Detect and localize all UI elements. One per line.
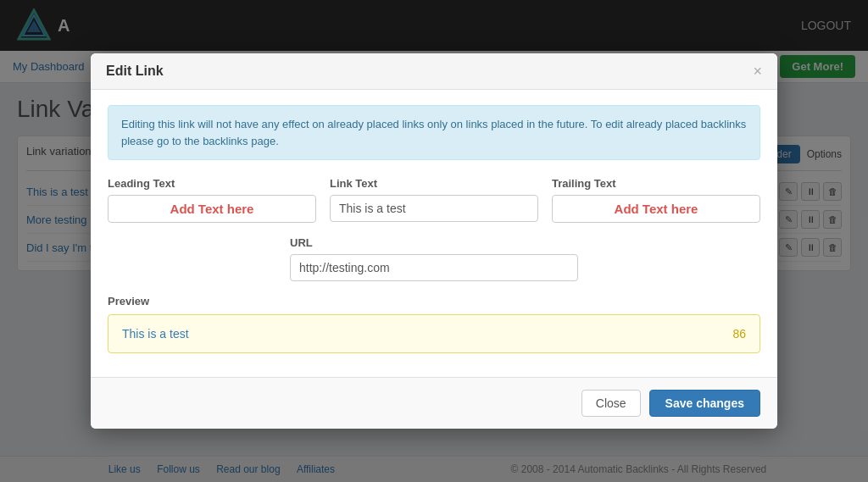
leading-text-input[interactable] — [108, 195, 316, 223]
preview-box: This is a test 86 — [108, 314, 760, 353]
info-message: Editing this link will not have any effe… — [108, 105, 760, 160]
url-label: URL — [290, 236, 578, 249]
leading-text-label: Leading Text — [108, 177, 316, 190]
modal-title: Edit Link — [106, 64, 164, 79]
link-text-input[interactable] — [330, 195, 538, 222]
save-changes-button[interactable]: Save changes — [649, 390, 760, 417]
leading-text-group: Leading Text — [108, 177, 316, 223]
close-button[interactable]: Close — [581, 390, 641, 417]
trailing-text-input[interactable] — [552, 195, 760, 223]
url-input[interactable] — [290, 254, 578, 281]
modal-footer: Close Save changes — [91, 377, 777, 429]
preview-number: 86 — [732, 327, 746, 341]
link-text-group: Link Text — [330, 177, 538, 223]
trailing-text-group: Trailing Text — [552, 177, 760, 223]
modal-close-button[interactable]: × — [753, 64, 762, 79]
link-text-label: Link Text — [330, 177, 538, 190]
preview-section: Preview This is a test 86 — [108, 295, 760, 353]
modal-overlay: Edit Link × Editing this link will not h… — [0, 0, 868, 482]
preview-label: Preview — [108, 295, 760, 307]
modal-header: Edit Link × — [91, 53, 777, 90]
edit-link-modal: Edit Link × Editing this link will not h… — [91, 53, 777, 429]
text-fields-row: Leading Text Link Text Trailing Text — [108, 177, 760, 223]
preview-link: This is a test — [122, 327, 189, 341]
url-group: URL — [290, 236, 578, 281]
url-row: URL — [108, 236, 760, 281]
modal-body: Editing this link will not have any effe… — [91, 90, 777, 377]
trailing-text-label: Trailing Text — [552, 177, 760, 190]
